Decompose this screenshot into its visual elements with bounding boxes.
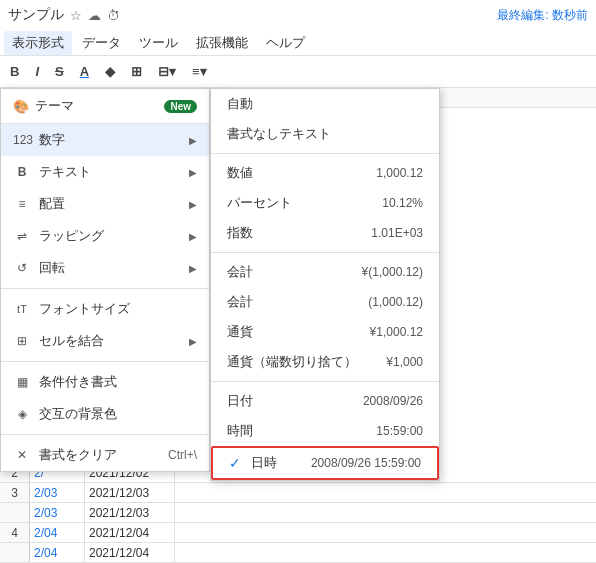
- cell-data-3a[interactable]: 2021/12/03: [85, 483, 175, 502]
- plaintext-label: 書式なしテキスト: [227, 125, 331, 143]
- toolbar-fill-color[interactable]: ◆: [99, 61, 121, 82]
- text-icon: B: [13, 165, 31, 179]
- menu-item-format[interactable]: 表示形式: [4, 31, 72, 55]
- menu-item-fontsize[interactable]: tT フォントサイズ: [1, 293, 209, 325]
- cell-date-3b[interactable]: 2/03: [30, 503, 85, 522]
- format-menu-theme-header: 🎨 テーマ New: [1, 89, 209, 124]
- menu-item-help[interactable]: ヘルプ: [258, 31, 313, 55]
- divider-3: [1, 434, 209, 435]
- wrap-label: ラッピング: [39, 227, 181, 245]
- cloud-icon[interactable]: ☁: [88, 8, 101, 23]
- history-icon[interactable]: ⏱: [107, 8, 120, 23]
- merge-label: セルを結合: [39, 332, 181, 350]
- submenu-item-auto[interactable]: 自動: [211, 89, 439, 119]
- submenu-item-plaintext[interactable]: 書式なしテキスト: [211, 119, 439, 149]
- submenu-item-currency-rounded[interactable]: 通貨（端数切り捨て） ¥1,000: [211, 347, 439, 377]
- accounting2-value: (1,000.12): [368, 295, 423, 309]
- cell-data-4a[interactable]: 2021/12/04: [85, 523, 175, 542]
- row-num: [0, 503, 30, 522]
- submenu-divider-1: [211, 153, 439, 154]
- menu-item-conditional[interactable]: ▦ 条件付き書式: [1, 366, 209, 398]
- fontsize-label: フォントサイズ: [39, 300, 197, 318]
- menu-item-align[interactable]: ≡ 配置 ▶: [1, 188, 209, 220]
- auto-label: 自動: [227, 95, 253, 113]
- table-row: 2/03 2021/12/03: [0, 503, 596, 523]
- menu-item-merge[interactable]: ⊞ セルを結合 ▶: [1, 325, 209, 357]
- submenu-item-time[interactable]: 時間 15:59:00: [211, 416, 439, 446]
- table-row: 4 2/04 2021/12/04: [0, 523, 596, 543]
- cell-date-4b[interactable]: 2/04: [30, 543, 85, 562]
- toolbar-strikethrough[interactable]: S: [49, 61, 70, 82]
- menu-item-altcolors[interactable]: ◈ 交互の背景色: [1, 398, 209, 430]
- submenu-divider-2: [211, 252, 439, 253]
- menu-item-text[interactable]: B テキスト ▶: [1, 156, 209, 188]
- submenu-item-percent[interactable]: パーセント 10.12%: [211, 188, 439, 218]
- numbers-label: 数字: [39, 131, 181, 149]
- align-label: 配置: [39, 195, 181, 213]
- submenu-divider-3: [211, 381, 439, 382]
- cell-date-4a[interactable]: 2/04: [30, 523, 85, 542]
- row-num: 4: [0, 523, 30, 542]
- toolbar-italic[interactable]: I: [29, 61, 45, 82]
- submenu-item-accounting2[interactable]: 会計 (1,000.12): [211, 287, 439, 317]
- conditional-label: 条件付き書式: [39, 373, 197, 391]
- merge-arrow: ▶: [189, 336, 197, 347]
- cell-data-3b[interactable]: 2021/12/03: [85, 503, 175, 522]
- divider-1: [1, 288, 209, 289]
- toolbar-merge[interactable]: ⊟▾: [152, 61, 182, 82]
- title-icons: ☆ ☁ ⏱: [70, 8, 120, 23]
- number-label: 数値: [227, 164, 253, 182]
- last-edit[interactable]: 最終編集: 数秒前: [497, 7, 588, 24]
- menu-item-extensions[interactable]: 拡張機能: [188, 31, 256, 55]
- altcolors-label: 交互の背景色: [39, 405, 197, 423]
- toolbar-font-color[interactable]: A: [74, 61, 95, 82]
- submenu-item-currency[interactable]: 通貨 ¥1,000.12: [211, 317, 439, 347]
- menu-item-numbers[interactable]: 123 数字 ▶: [1, 124, 209, 156]
- row-num: 3: [0, 483, 30, 502]
- toolbar-align[interactable]: ≡▾: [186, 61, 213, 82]
- scientific-value: 1.01E+03: [371, 226, 423, 240]
- cell-date-3a[interactable]: 2/03: [30, 483, 85, 502]
- cell-data-4b[interactable]: 2021/12/04: [85, 543, 175, 562]
- submenu-item-date[interactable]: 日付 2008/09/26: [211, 386, 439, 416]
- menu-item-tools[interactable]: ツール: [131, 31, 186, 55]
- toolbar-bold[interactable]: B: [4, 61, 25, 82]
- toolbar-borders[interactable]: ⊞: [125, 61, 148, 82]
- divider-2: [1, 361, 209, 362]
- accounting1-value: ¥(1,000.12): [362, 265, 423, 279]
- datetime-value: 2008/09/26 15:59:00: [311, 456, 421, 470]
- menu-item-data[interactable]: データ: [74, 31, 129, 55]
- menu-item-wrap[interactable]: ⇌ ラッピング ▶: [1, 220, 209, 252]
- date-label: 日付: [227, 392, 253, 410]
- numbers-icon: 123: [13, 133, 31, 147]
- submenu-item-number[interactable]: 数値 1,000.12: [211, 158, 439, 188]
- row-num: [0, 543, 30, 562]
- submenu-item-datetime[interactable]: ✓ 日時 2008/09/26 15:59:00: [211, 446, 439, 480]
- theme-title: 🎨 テーマ: [13, 97, 74, 115]
- conditional-icon: ▦: [13, 375, 31, 389]
- accounting2-label: 会計: [227, 293, 253, 311]
- check-icon: ✓: [229, 455, 241, 471]
- theme-label: テーマ: [35, 97, 74, 115]
- submenu-item-accounting1[interactable]: 会計 ¥(1,000.12): [211, 257, 439, 287]
- menu-item-rotate[interactable]: ↺ 回転 ▶: [1, 252, 209, 284]
- table-row: 3 2/03 2021/12/03: [0, 483, 596, 503]
- currency-rounded-value: ¥1,000: [386, 355, 423, 369]
- currency-value: ¥1,000.12: [370, 325, 423, 339]
- star-icon[interactable]: ☆: [70, 8, 82, 23]
- app-container: サンプル ☆ ☁ ⏱ 最終編集: 数秒前 表示形式 データ ツール 拡張機能 ヘ…: [0, 0, 596, 563]
- scientific-label: 指数: [227, 224, 253, 242]
- rotate-label: 回転: [39, 259, 181, 277]
- clearformat-icon: ✕: [13, 448, 31, 462]
- submenu-item-scientific[interactable]: 指数 1.01E+03: [211, 218, 439, 248]
- wrap-arrow: ▶: [189, 231, 197, 242]
- menu-item-clearformat[interactable]: ✕ 書式をクリア Ctrl+\: [1, 439, 209, 471]
- table-row: 2/04 2021/12/04: [0, 543, 596, 563]
- merge-icon: ⊞: [13, 334, 31, 348]
- main-area: A B 2 2/ 2021/12/02 3 2/03 2021/12/03 2/…: [0, 88, 596, 563]
- datetime-label: 日時: [251, 454, 277, 472]
- rotate-icon: ↺: [13, 261, 31, 275]
- clearformat-label: 書式をクリア: [39, 446, 160, 464]
- percent-label: パーセント: [227, 194, 292, 212]
- clearformat-shortcut: Ctrl+\: [168, 448, 197, 462]
